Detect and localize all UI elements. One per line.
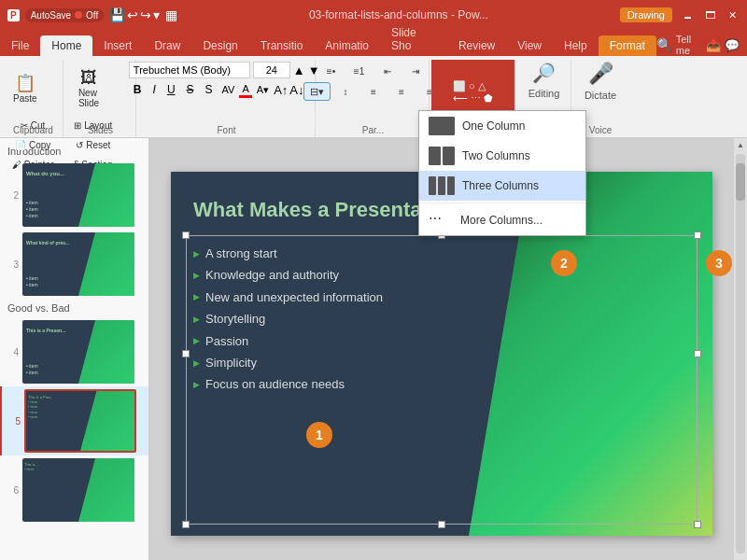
- minimize-button[interactable]: 🗕: [680, 7, 695, 22]
- bold-button[interactable]: B: [129, 81, 147, 98]
- tab-home[interactable]: Home: [40, 35, 92, 56]
- columns-button[interactable]: ⊟▾: [303, 82, 331, 101]
- slide-thumb-3[interactable]: 3 What kind of pres... • item• item: [0, 230, 148, 299]
- autosave-dot: [75, 11, 82, 19]
- tab-slideshow[interactable]: Slide Sho: [380, 22, 447, 56]
- column-option-two[interactable]: Two Columns: [419, 141, 585, 171]
- slide-preview-4: This is a Presen... • item• item: [22, 320, 134, 384]
- scroll-track[interactable]: [736, 154, 745, 553]
- slide-thumb-2[interactable]: 2 What do you... • item• item• item: [0, 161, 148, 230]
- paste-label: Paste: [13, 93, 37, 104]
- autosave-toggle[interactable]: AutoSave Off: [25, 8, 105, 22]
- copy-button[interactable]: 📄 Copy: [9, 135, 56, 154]
- col-bar-3a: [429, 176, 436, 195]
- autosave-state: Off: [86, 10, 98, 21]
- autosave-label: AutoSave: [31, 10, 71, 21]
- shapes-area[interactable]: ⬜ ○ △⟵ ⋯ ⬟: [449, 78, 497, 106]
- font-row1: ▲ ▼: [129, 62, 320, 78]
- font-size-input[interactable]: [253, 62, 290, 78]
- more-columns-icon: ⋯: [429, 211, 455, 230]
- tab-file[interactable]: File: [0, 35, 40, 56]
- save-icon[interactable]: 💾: [109, 7, 125, 22]
- handle-tr[interactable]: [694, 231, 701, 239]
- dictate-label: Dictate: [585, 90, 616, 101]
- tab-transitions[interactable]: Transitio: [249, 35, 315, 56]
- align-left-button[interactable]: ≡: [360, 82, 387, 101]
- clipboard-label: Clipboard: [4, 125, 63, 135]
- dictate-icon[interactable]: 🎤: [588, 62, 613, 86]
- col-bar-1: [429, 117, 455, 135]
- slides-label: Slides: [65, 125, 135, 135]
- column-option-three[interactable]: Three Columns: [419, 171, 585, 201]
- slides-group: 🖼 NewSlide ⊞ Layout ↺ Reset § Section Sl…: [65, 60, 136, 137]
- font-color-button[interactable]: A: [239, 82, 251, 98]
- presentation-mode-icon[interactable]: ▦: [165, 7, 177, 22]
- scroll-thumb[interactable]: [736, 163, 745, 201]
- col-bar-2a: [429, 147, 441, 165]
- shadow-button[interactable]: S: [201, 81, 218, 98]
- step-badge-3: 3: [706, 250, 732, 276]
- ribbon-tab-drawing[interactable]: Drawing: [620, 7, 672, 22]
- share-icon[interactable]: 📤: [706, 38, 721, 52]
- handle-mr[interactable]: [694, 350, 701, 357]
- handle-br[interactable]: [694, 521, 701, 528]
- tab-animations[interactable]: Animatio: [314, 35, 380, 56]
- reset-button[interactable]: ↺ Reset: [71, 135, 116, 154]
- char-spacing-icon[interactable]: AV: [219, 83, 238, 96]
- tell-me-label[interactable]: Tell me: [676, 34, 702, 56]
- handle-tl[interactable]: [182, 231, 190, 239]
- close-button[interactable]: ✕: [725, 7, 740, 22]
- scroll-down-arrow[interactable]: ▼: [734, 555, 747, 560]
- slide-thumb-4[interactable]: 4 This is a Presen... • item• item: [0, 317, 148, 386]
- undo-redo-group[interactable]: 💾 ↩ ↪ ▾: [109, 7, 160, 22]
- slide-preview-3: What kind of pres... • item• item: [22, 232, 134, 296]
- tab-help[interactable]: Help: [553, 35, 599, 56]
- two-column-icon: [429, 147, 455, 165]
- numbering-button[interactable]: ≡1: [346, 62, 373, 80]
- tab-review[interactable]: Review: [447, 35, 506, 56]
- undo-icon[interactable]: ↩: [127, 7, 138, 22]
- tab-view[interactable]: View: [506, 35, 553, 56]
- preview-green-5: [80, 391, 134, 451]
- tab-format[interactable]: Format: [599, 35, 656, 56]
- increase-indent-button[interactable]: ⇥: [402, 62, 429, 80]
- handle-ml[interactable]: [182, 350, 190, 357]
- handle-bl[interactable]: [182, 521, 190, 528]
- slide-preview-2: What do you... • item• item• item: [22, 163, 134, 227]
- decrease-indent-button[interactable]: ⇤: [374, 62, 401, 80]
- maximize-button[interactable]: 🗖: [702, 7, 717, 22]
- paste-button[interactable]: 📋 Paste: [9, 62, 41, 114]
- font-size-decrease-btn[interactable]: A↓: [289, 83, 303, 97]
- slide-thumb-6[interactable]: 6 This is...• item: [0, 455, 148, 525]
- scroll-up-arrow[interactable]: ▲: [734, 138, 747, 152]
- preview-title-4: This is a Presen...: [26, 328, 65, 333]
- slide-num-5: 5: [6, 416, 21, 427]
- strikethrough-button[interactable]: S: [182, 81, 199, 98]
- handle-bm[interactable]: [438, 521, 445, 528]
- align-center-button[interactable]: ≡: [388, 82, 415, 101]
- two-column-label: Two Columns: [462, 149, 530, 162]
- dropdown-icon[interactable]: ▾: [153, 7, 160, 22]
- highlight-button[interactable]: A▾: [254, 83, 272, 97]
- slide-preview-6: This is...• item: [22, 458, 134, 522]
- comments-icon[interactable]: 💬: [725, 38, 740, 52]
- underline-button[interactable]: U: [162, 81, 180, 98]
- slide-num-2: 2: [4, 190, 19, 201]
- tab-draw[interactable]: Draw: [143, 35, 191, 56]
- tab-design[interactable]: Design: [191, 35, 248, 56]
- font-size-increase-btn[interactable]: A↑: [274, 83, 288, 97]
- ribbon: 📋 Paste ✂ Cut 📄 Copy 🖌 Painter Clipboard…: [0, 56, 747, 138]
- slide-content-list: A strong start Knowledge and authority N…: [193, 243, 383, 396]
- bullets-button[interactable]: ≡•: [318, 62, 345, 80]
- slide-thumb-5[interactable]: 5 This is a Pres...• item• item• item• i…: [0, 386, 148, 455]
- step-badge-1: 1: [306, 422, 332, 448]
- column-option-one[interactable]: One Column: [419, 111, 585, 141]
- italic-button[interactable]: I: [148, 81, 161, 98]
- more-columns-option[interactable]: ⋯ More Columns...: [419, 205, 585, 235]
- search-icon[interactable]: 🔍: [656, 37, 672, 52]
- new-slide-button[interactable]: 🖼 NewSlide: [71, 62, 106, 114]
- redo-icon[interactable]: ↪: [140, 7, 151, 22]
- line-spacing-button[interactable]: ↕: [332, 82, 359, 101]
- tab-insert[interactable]: Insert: [92, 35, 143, 56]
- font-name-input[interactable]: [129, 62, 250, 78]
